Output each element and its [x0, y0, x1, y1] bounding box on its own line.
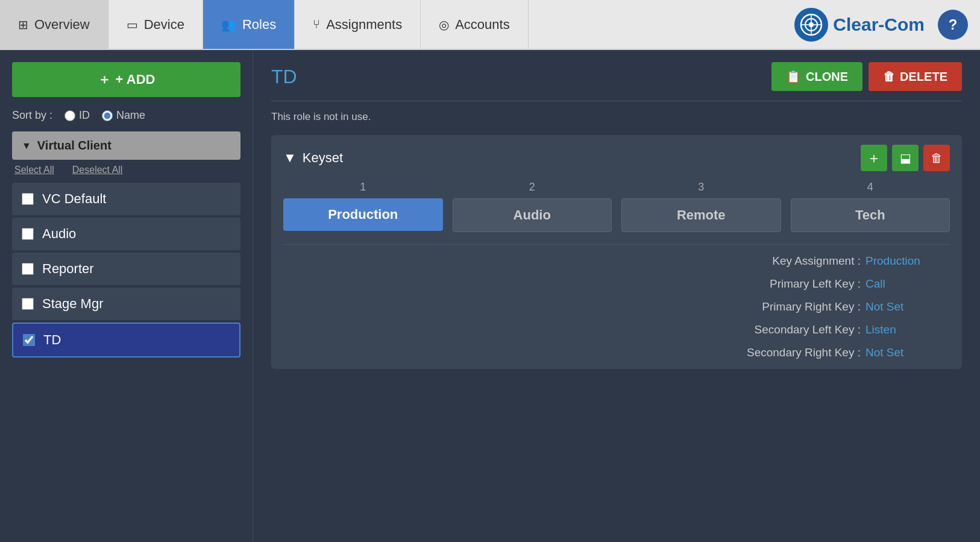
key-number-2: 2 [529, 181, 535, 194]
brand-logo: Clear-Com [794, 8, 925, 42]
key-number-3: 3 [698, 181, 704, 194]
role-item-td[interactable]: TD [12, 323, 240, 358]
layers-icon: ⬓ [900, 151, 911, 165]
top-navigation: ⊞ Overview ▭ Device 👥 Roles ⑂ Assignment… [0, 0, 980, 50]
sort-id-label: ID [79, 109, 90, 122]
device-icon: ▭ [127, 17, 138, 32]
keyset-delete-button[interactable]: 🗑 [923, 145, 950, 171]
brand-area: Clear-Com ? [782, 0, 980, 49]
tab-accounts-label: Accounts [455, 17, 510, 33]
add-button[interactable]: ＋ + ADD [12, 62, 240, 97]
role-name-vc-default: VC Default [42, 191, 106, 207]
keyset-chevron-icon: ▼ [283, 150, 297, 166]
chevron-down-icon: ▼ [22, 140, 31, 151]
deselect-all-link[interactable]: Deselect All [72, 165, 123, 175]
key-row-assignment: Key Assignment : Production [295, 254, 938, 268]
add-label: + ADD [116, 72, 155, 87]
overview-icon: ⊞ [18, 17, 28, 32]
tab-overview-label: Overview [34, 17, 90, 33]
delete-label: DELETE [900, 70, 947, 84]
assignments-icon: ⑂ [313, 17, 320, 31]
right-panel: TD 📋 CLONE 🗑 DELETE This role is not in … [253, 50, 980, 542]
key-row-secondary-left: Secondary Left Key : Listen [295, 323, 938, 336]
keyset-title: ▼ Keyset [283, 150, 861, 166]
tab-roles-label: Roles [242, 17, 276, 33]
role-header: TD 📋 CLONE 🗑 DELETE [271, 62, 962, 91]
secondary-left-label: Secondary Left Key : [755, 323, 861, 336]
group-name: Virtual Client [37, 139, 112, 153]
key-number-4: 4 [867, 181, 873, 194]
keyset-title-text: Keyset [303, 150, 343, 166]
primary-left-value: Call [865, 277, 938, 291]
left-panel: ＋ + ADD Sort by : ID Name ▼ Virtual Clie… [0, 50, 253, 542]
sort-id-radio[interactable]: ID [64, 109, 90, 122]
key-assignments: Key Assignment : Production Primary Left… [283, 254, 950, 359]
sort-id-input[interactable] [64, 110, 75, 121]
role-item-reporter[interactable]: Reporter [12, 253, 240, 285]
clone-button[interactable]: 📋 CLONE [771, 62, 862, 91]
help-button[interactable]: ? [938, 10, 968, 40]
primary-left-label: Primary Left Key : [770, 277, 861, 291]
key-row-primary-left: Primary Left Key : Call [295, 277, 938, 291]
select-actions: Select All Deselect All [12, 165, 240, 175]
sort-name-radio[interactable]: Name [102, 109, 145, 122]
tab-device[interactable]: ▭ Device [108, 0, 203, 49]
role-checkbox-stage-mgr[interactable] [22, 298, 34, 310]
secondary-right-label: Secondary Right Key : [747, 346, 861, 359]
key-button-4[interactable]: Tech [791, 198, 950, 232]
key-button-1[interactable]: Production [283, 198, 443, 231]
role-title: TD [271, 66, 771, 88]
sort-name-input[interactable] [102, 110, 113, 121]
key-button-2[interactable]: Audio [453, 198, 612, 232]
key-button-3[interactable]: Remote [621, 198, 781, 232]
keyset-layers-button[interactable]: ⬓ [892, 145, 919, 171]
primary-right-value: Not Set [865, 300, 938, 314]
brand-icon [794, 8, 828, 42]
key-col-4: 4 Tech [791, 181, 950, 232]
nav-spacer [529, 0, 783, 49]
role-name-reporter: Reporter [42, 261, 94, 277]
delete-button[interactable]: 🗑 DELETE [868, 62, 962, 91]
keyset-add-button[interactable]: ＋ [861, 145, 887, 171]
role-checkbox-reporter[interactable] [22, 263, 34, 275]
tab-assignments-label: Assignments [326, 17, 402, 33]
keyset-actions: ＋ ⬓ 🗑 [861, 145, 950, 171]
keyset-header: ▼ Keyset ＋ ⬓ 🗑 [283, 145, 950, 171]
role-item-audio[interactable]: Audio [12, 218, 240, 250]
key-col-1: 1 Production [283, 181, 443, 232]
accounts-icon: ◎ [439, 17, 449, 32]
trash-icon: 🗑 [931, 151, 943, 165]
sort-label: Sort by : [12, 109, 52, 122]
role-checkbox-vc-default[interactable] [22, 193, 34, 205]
role-checkbox-td[interactable] [23, 334, 35, 346]
key-assignment-label: Key Assignment : [772, 254, 861, 268]
key-divider [283, 244, 950, 245]
tab-overview[interactable]: ⊞ Overview [0, 0, 108, 49]
key-row-secondary-right: Secondary Right Key : Not Set [295, 346, 938, 359]
main-content: ＋ + ADD Sort by : ID Name ▼ Virtual Clie… [0, 50, 980, 542]
key-assignment-value: Production [865, 254, 938, 268]
brand-name: Clear-Com [833, 14, 925, 35]
tab-accounts[interactable]: ◎ Accounts [421, 0, 529, 49]
group-header[interactable]: ▼ Virtual Client [12, 131, 240, 160]
not-in-use-text: This role is not in use. [271, 111, 962, 123]
role-item-stage-mgr[interactable]: Stage Mgr [12, 288, 240, 320]
role-checkbox-audio[interactable] [22, 228, 34, 240]
clone-icon: 📋 [786, 69, 801, 84]
action-buttons: 📋 CLONE 🗑 DELETE [771, 62, 962, 91]
secondary-right-value: Not Set [865, 346, 938, 359]
tab-assignments[interactable]: ⑂ Assignments [295, 0, 421, 49]
primary-right-label: Primary Right Key : [762, 300, 861, 314]
roles-icon: 👥 [221, 17, 236, 32]
sort-name-label: Name [116, 109, 145, 122]
select-all-link[interactable]: Select All [14, 165, 54, 175]
header-divider [271, 101, 962, 101]
key-col-2: 2 Audio [453, 181, 612, 232]
role-item-vc-default[interactable]: VC Default [12, 183, 240, 215]
keys-grid: 1 Production 2 Audio 3 Remote 4 Tech [283, 181, 950, 232]
tab-roles[interactable]: 👥 Roles [203, 0, 295, 49]
sort-section: Sort by : ID Name [12, 109, 240, 122]
role-name-td: TD [43, 332, 61, 348]
role-name-audio: Audio [42, 226, 76, 242]
tab-device-label: Device [144, 17, 184, 33]
